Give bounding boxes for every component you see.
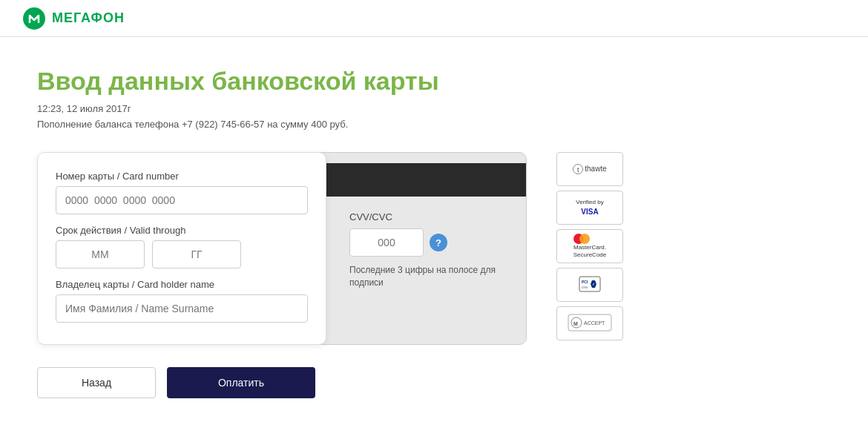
logo-text: МегаФон (52, 10, 125, 26)
visa-verified-badge: Verified by VISA (556, 191, 623, 225)
expiry-row (56, 240, 308, 279)
svg-text:PCI: PCI (582, 280, 588, 284)
thawte-icon: t (573, 164, 583, 174)
svg-point-2 (579, 234, 590, 244)
card-back: CVV/CVC ? Последние 3 цифры на полосе дл… (312, 152, 527, 345)
card-number-label: Номер карты / Card number (56, 171, 308, 182)
svg-text:DSS: DSS (582, 286, 588, 289)
year-input[interactable] (152, 240, 241, 268)
pay-button[interactable]: Оплатить (167, 367, 315, 398)
svg-text:ACCEPT: ACCEPT (584, 320, 605, 326)
header: МегаФон (0, 0, 868, 37)
main-content: Ввод данных банковской карты 12:23, 12 и… (0, 37, 868, 445)
datetime: 12:23, 12 июля 2017г (37, 103, 831, 114)
svg-text:✓: ✓ (592, 282, 595, 286)
mastercard-label: MasterCard. SecureCode (573, 234, 606, 260)
thawte-badge: tthawte (556, 152, 623, 186)
card-number-input[interactable] (56, 186, 308, 214)
buttons-row: Назад Оплатить (37, 367, 831, 398)
cvv-input[interactable] (349, 228, 424, 257)
card-area: Номер карты / Card number Срок действия … (37, 152, 831, 345)
pci-dss-label: PCI DSS ✓ (579, 276, 601, 294)
description: Пополнение баланса телефона +7 (922) 745… (37, 119, 831, 130)
logo: МегаФон (22, 7, 125, 30)
cvv-help-button[interactable]: ? (430, 234, 447, 251)
page-title: Ввод данных банковской карты (37, 67, 831, 96)
visa-verified-label: Verified by VISA (576, 199, 603, 216)
mir-accept-icon: M ACCEPT (568, 314, 612, 332)
cvv-row: ? (349, 228, 511, 257)
megafon-logo-icon (22, 7, 46, 30)
pci-dss-icon: PCI DSS ✓ (579, 276, 601, 292)
cvv-label: CVV/CVC (349, 211, 511, 222)
mastercard-badge: MasterCard. SecureCode (556, 229, 623, 263)
expiry-label: Срок действия / Valid through (56, 225, 308, 236)
card-holder-label: Владелец карты / Card holder name (56, 279, 308, 290)
cvv-hint: Последние 3 цифры на полосе для подписи (349, 264, 511, 289)
mir-badge: M ACCEPT (556, 306, 623, 340)
svg-rect-3 (579, 277, 600, 291)
security-badges: tthawte Verified by VISA (556, 152, 623, 340)
month-input[interactable] (56, 240, 145, 268)
pci-dss-badge: PCI DSS ✓ (556, 268, 623, 302)
magnetic-stripe (312, 163, 526, 197)
mastercard-icon (573, 234, 590, 244)
mir-label: M ACCEPT (568, 314, 612, 333)
card-holder-input[interactable] (56, 294, 308, 323)
thawte-label: tthawte (573, 164, 606, 174)
card-front: Номер карты / Card number Срок действия … (37, 152, 326, 345)
svg-text:M: M (573, 321, 578, 326)
back-button[interactable]: Назад (37, 367, 156, 398)
svg-point-0 (23, 7, 45, 30)
